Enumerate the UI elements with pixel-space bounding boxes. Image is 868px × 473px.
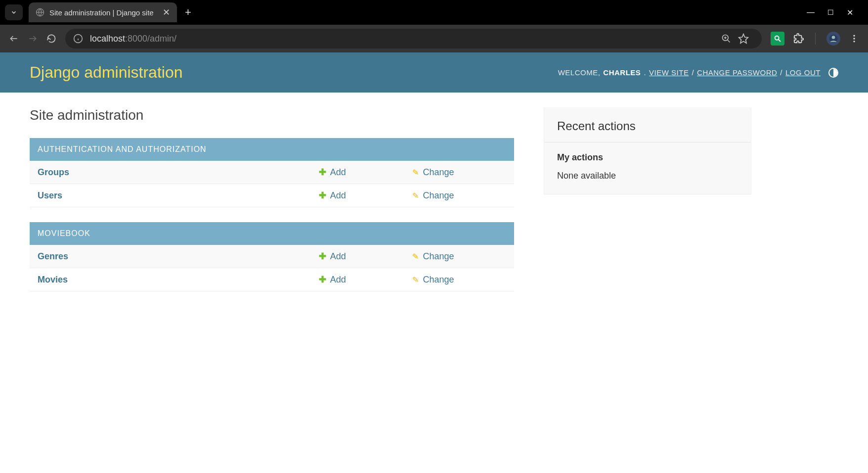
zoom-icon[interactable] <box>721 34 731 44</box>
chevron-down-icon <box>10 9 17 16</box>
url-host: localhost <box>90 34 125 44</box>
user-tools: WELCOME, CHARLES. VIEW SITE / CHANGE PAS… <box>558 68 838 78</box>
plus-icon: ✚ <box>319 190 326 201</box>
profile-avatar[interactable] <box>826 32 840 46</box>
svg-point-16 <box>853 35 855 37</box>
minimize-button[interactable]: — <box>807 8 815 17</box>
url-text: localhost:8000/admin/ <box>90 34 176 44</box>
change-password-link[interactable]: CHANGE PASSWORD <box>697 68 777 77</box>
no-actions-text: None available <box>544 168 751 194</box>
url-path: :8000/admin/ <box>125 34 176 44</box>
tab-strip: Site administration | Django site ✕ + — … <box>0 0 868 25</box>
model-row-movies: Movies ✚ Add ✎ Change <box>30 268 514 291</box>
module-header-moviebook[interactable]: MOVIEBOOK <box>30 222 514 245</box>
tab-title: Site administration | Django site <box>49 8 156 17</box>
window-controls: — ☐ ✕ <box>807 8 868 17</box>
site-branding[interactable]: Django administration <box>30 63 183 82</box>
maximize-button[interactable]: ☐ <box>827 8 834 16</box>
extensions-puzzle-icon[interactable] <box>793 33 804 44</box>
module-moviebook: MOVIEBOOK Genres ✚ Add ✎ Change Movies <box>30 222 514 291</box>
close-tab-button[interactable]: ✕ <box>161 7 172 18</box>
model-link-users[interactable]: Users <box>38 190 319 201</box>
my-actions-heading: My actions <box>544 142 751 168</box>
welcome-label: WELCOME, <box>558 68 601 77</box>
svg-line-8 <box>728 40 730 43</box>
theme-toggle-icon[interactable] <box>828 68 838 78</box>
page-viewport: Django administration WELCOME, CHARLES. … <box>0 52 868 473</box>
address-bar: localhost:8000/admin/ <box>0 25 868 52</box>
logout-link[interactable]: LOG OUT <box>785 68 821 77</box>
plus-icon: ✚ <box>319 251 326 262</box>
separator: / <box>780 68 782 77</box>
module-header-auth[interactable]: AUTHENTICATION AND AUTHORIZATION <box>30 138 514 161</box>
separator: / <box>692 68 694 77</box>
model-row-genres: Genres ✚ Add ✎ Change <box>30 245 514 268</box>
username: CHARLES <box>603 68 641 77</box>
close-window-button[interactable]: ✕ <box>847 8 853 17</box>
change-link-groups[interactable]: Change <box>423 167 454 178</box>
model-link-genres[interactable]: Genres <box>38 251 319 262</box>
url-box[interactable]: localhost:8000/admin/ <box>65 29 762 48</box>
site-info-icon[interactable] <box>73 34 83 44</box>
search-icon <box>774 35 781 43</box>
django-header: Django administration WELCOME, CHARLES. … <box>0 52 868 93</box>
plus-icon: ✚ <box>319 274 326 285</box>
model-row-groups: Groups ✚ Add ✎ Change <box>30 161 514 184</box>
new-tab-button[interactable]: + <box>185 6 191 19</box>
svg-point-18 <box>853 41 855 42</box>
svg-marker-11 <box>739 34 748 43</box>
username-dot: . <box>644 68 646 77</box>
browser-tab[interactable]: Site administration | Django site ✕ <box>29 2 177 22</box>
avatar-icon <box>828 34 838 44</box>
page-title: Site administration <box>30 107 514 123</box>
forward-button[interactable] <box>28 34 38 44</box>
svg-point-17 <box>853 38 855 39</box>
svg-line-13 <box>779 40 781 42</box>
toolbar-divider <box>815 33 816 45</box>
add-link-groups[interactable]: Add <box>330 167 346 178</box>
add-link-genres[interactable]: Add <box>330 251 346 262</box>
add-link-users[interactable]: Add <box>330 190 346 201</box>
browser-chrome: Site administration | Django site ✕ + — … <box>0 0 868 52</box>
svg-point-15 <box>832 36 835 39</box>
content: Site administration AUTHENTICATION AND A… <box>0 93 868 321</box>
add-link-movies[interactable]: Add <box>330 275 346 285</box>
kebab-menu-icon[interactable] <box>849 34 859 44</box>
recent-actions-title: Recent actions <box>544 107 751 142</box>
svg-point-12 <box>775 36 779 40</box>
pencil-icon: ✎ <box>412 275 419 284</box>
change-link-genres[interactable]: Change <box>423 251 454 262</box>
extension-button[interactable] <box>771 32 784 46</box>
pencil-icon: ✎ <box>412 191 419 200</box>
reload-button[interactable] <box>46 34 56 44</box>
plus-icon: ✚ <box>319 167 326 178</box>
change-link-movies[interactable]: Change <box>423 275 454 285</box>
tab-search-dropdown[interactable] <box>5 4 23 20</box>
pencil-icon: ✎ <box>412 168 419 177</box>
module-auth: AUTHENTICATION AND AUTHORIZATION Groups … <box>30 138 514 207</box>
globe-icon <box>36 8 44 17</box>
main-column: Site administration AUTHENTICATION AND A… <box>30 107 514 306</box>
model-link-movies[interactable]: Movies <box>38 275 319 285</box>
change-link-users[interactable]: Change <box>423 190 454 201</box>
view-site-link[interactable]: VIEW SITE <box>649 68 689 77</box>
bookmark-star-icon[interactable] <box>738 33 749 44</box>
pencil-icon: ✎ <box>412 252 419 261</box>
recent-actions-sidebar: Recent actions My actions None available <box>544 107 751 194</box>
model-row-users: Users ✚ Add ✎ Change <box>30 184 514 207</box>
model-link-groups[interactable]: Groups <box>38 167 319 178</box>
back-button[interactable] <box>9 34 19 44</box>
